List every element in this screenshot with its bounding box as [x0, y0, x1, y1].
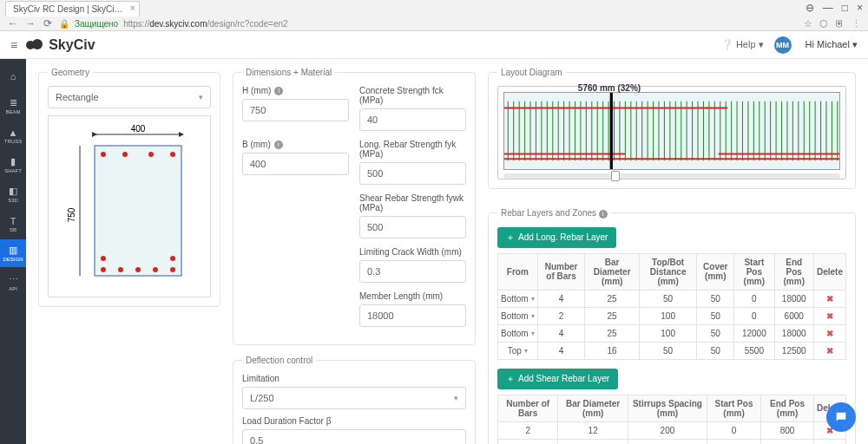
- table-header: Number of Bars: [537, 253, 585, 290]
- nav-item-beam[interactable]: ≣BEAM: [0, 92, 26, 120]
- tab-close-icon[interactable]: ×: [130, 3, 135, 13]
- nav-icon: ◧: [9, 186, 17, 197]
- nav-item-truss[interactable]: ▲TRUSS: [0, 121, 26, 149]
- from-cell[interactable]: Bottom: [498, 290, 538, 307]
- limitation-label: Limitation: [242, 374, 466, 383]
- crack-input[interactable]: 0.3: [359, 260, 466, 283]
- marker-label: 5760 mm (32%): [578, 83, 641, 93]
- svg-point-5: [101, 152, 106, 157]
- table-row: Bottom 425100 501200018000 ✖: [498, 324, 846, 342]
- info-icon[interactable]: i: [599, 210, 608, 219]
- svg-point-10: [170, 256, 175, 261]
- load-factor-label: Load Duration Factor β: [242, 416, 466, 426]
- fywk-input[interactable]: 500: [359, 216, 466, 238]
- extension-icon[interactable]: ⬡: [819, 18, 828, 29]
- nav-item-api[interactable]: ⋯API: [0, 269, 26, 297]
- minimize-icon[interactable]: —: [823, 2, 833, 14]
- table-header: Start Pos (mm): [734, 253, 774, 290]
- avatar[interactable]: MM: [774, 36, 792, 54]
- nav-item-sb[interactable]: TSB: [0, 210, 26, 238]
- slider-thumb[interactable]: [611, 171, 620, 181]
- table-header: End Pos (mm): [774, 253, 813, 290]
- address-bar[interactable]: https://dev.skyciv.com/design/rc?code=en…: [123, 19, 799, 29]
- deflection-panel: Deflection control Limitation L/250 Load…: [233, 356, 476, 444]
- delete-icon[interactable]: ✖: [826, 346, 833, 356]
- from-cell[interactable]: Bottom: [498, 307, 538, 324]
- shield-icon[interactable]: ⛨: [835, 18, 845, 29]
- table-header: From: [498, 253, 538, 290]
- rebar-panel: Rebar Layers and Zones i ＋ Add Long. Reb…: [488, 208, 856, 444]
- layout-diagram: 5760 mm (32%): [497, 86, 846, 180]
- add-long-rebar-button[interactable]: ＋ Add Long. Rebar Layer: [497, 227, 616, 248]
- crack-label: Limiting Crack Width (mm): [359, 247, 466, 257]
- nav-item-shaft[interactable]: ▮SHAFT: [0, 151, 26, 179]
- reload-icon[interactable]: ⟳: [42, 17, 54, 29]
- b-label: B (mm)i: [242, 140, 349, 149]
- hamburger-icon[interactable]: ≡: [10, 38, 17, 52]
- table-header: Stirrups Spacing (mm): [628, 395, 707, 421]
- nav-item-s3d[interactable]: ◧S3D: [0, 180, 26, 208]
- dimensions-legend: Dimensions + Material: [242, 68, 335, 77]
- fyk-input[interactable]: 500: [359, 162, 466, 185]
- table-header: Cover (mm): [697, 253, 734, 290]
- nav-item-home[interactable]: ⌂: [0, 62, 26, 90]
- nav-icon: ≣: [10, 97, 17, 108]
- svg-point-8: [170, 152, 175, 157]
- dimensions-panel: Dimensions + Material H (mm)i 750 Concre…: [233, 68, 476, 345]
- close-icon[interactable]: ×: [857, 2, 863, 14]
- user-menu[interactable]: Hi Michael ▾: [806, 39, 858, 50]
- table-row: 212300 8007000 ✖: [498, 439, 846, 444]
- layout-legend: Layout Diagram: [497, 68, 566, 77]
- maximize-icon[interactable]: □: [842, 2, 848, 14]
- back-icon[interactable]: ←: [7, 17, 19, 29]
- nav-icon: ▮: [10, 156, 16, 167]
- svg-point-6: [122, 152, 128, 157]
- fck-input[interactable]: 40: [359, 108, 466, 131]
- table-header: End Pos (mm): [761, 395, 814, 421]
- nav-icon: ⌂: [10, 71, 16, 82]
- nav-icon: ⋯: [9, 274, 18, 285]
- nav-item-design[interactable]: ▥DESIGN: [0, 239, 26, 267]
- table-header: Start Pos (mm): [707, 395, 760, 421]
- forward-icon[interactable]: →: [24, 17, 36, 29]
- star-icon[interactable]: ☆: [804, 18, 812, 29]
- long-rebar-table: FromNumber of BarsBar Diameter (mm)Top/B…: [497, 253, 846, 360]
- info-icon[interactable]: i: [274, 140, 283, 149]
- add-shear-rebar-button[interactable]: ＋ Add Shear Rebar Layer: [497, 369, 618, 389]
- length-input[interactable]: 18000: [359, 304, 466, 327]
- from-cell[interactable]: Bottom: [498, 324, 538, 342]
- h-input[interactable]: 750: [242, 99, 349, 121]
- table-header: Top/Bot Distance (mm): [639, 253, 697, 290]
- svg-text:750: 750: [67, 207, 76, 222]
- table-row: Top 41650 50550012500 ✖: [498, 342, 846, 359]
- nav-icon: T: [10, 216, 16, 226]
- svg-rect-16: [504, 100, 839, 162]
- svg-point-9: [101, 256, 106, 261]
- delete-icon[interactable]: ✖: [826, 294, 833, 304]
- info-icon[interactable]: i: [274, 87, 283, 95]
- svg-point-15: [170, 267, 175, 272]
- browser-chrome: ⊖ — □ × SkyCiv RC Design | SkyCi… × ← → …: [0, 0, 868, 31]
- b-input[interactable]: 400: [242, 153, 349, 175]
- position-slider[interactable]: [503, 173, 840, 179]
- browser-tab[interactable]: SkyCiv RC Design | SkyCi… ×: [5, 1, 140, 16]
- section-diagram: 400 750: [48, 115, 211, 297]
- secure-label: Защищено: [75, 19, 118, 29]
- geometry-legend: Geometry: [48, 68, 93, 77]
- menu-icon[interactable]: ⋮: [852, 18, 861, 29]
- svg-point-12: [118, 267, 123, 272]
- from-cell[interactable]: Top: [498, 342, 538, 359]
- chat-button[interactable]: [826, 402, 856, 432]
- delete-icon[interactable]: ✖: [826, 311, 833, 321]
- load-factor-input[interactable]: 0.5: [242, 429, 466, 444]
- table-header: Number of Bars: [498, 395, 558, 421]
- shape-select[interactable]: Rectangle: [48, 86, 211, 108]
- table-row: 212200 0800 ✖: [498, 421, 846, 439]
- rebar-legend: Rebar Layers and Zones i: [497, 208, 611, 219]
- limitation-select[interactable]: L/250: [242, 387, 466, 409]
- delete-icon[interactable]: ✖: [826, 329, 833, 338]
- nav-icon: ▥: [9, 245, 17, 256]
- help-link[interactable]: ❔ Help ▾: [721, 39, 764, 50]
- fyk-label: Long. Rebar Strength fyk (MPa): [359, 140, 466, 159]
- geometry-panel: Geometry Rectangle 400 750: [38, 68, 220, 307]
